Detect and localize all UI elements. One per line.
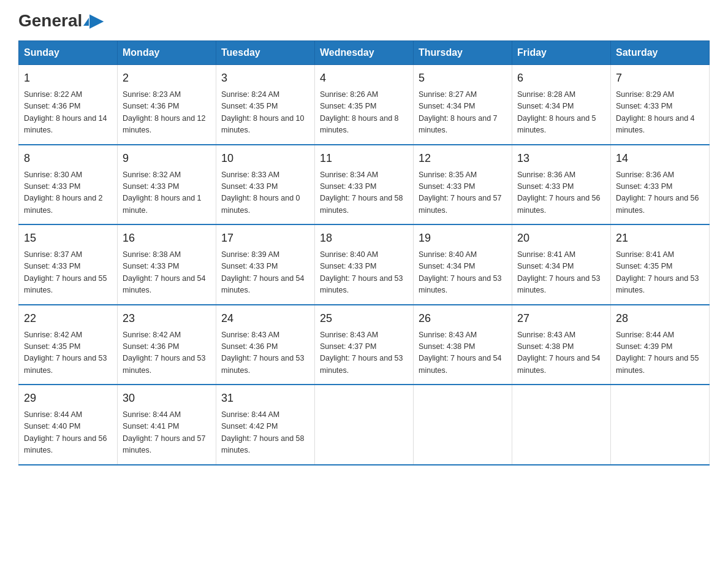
day-info: Sunrise: 8:24 AMSunset: 4:35 PMDaylight:…	[221, 89, 309, 137]
day-info: Sunrise: 8:38 AMSunset: 4:33 PMDaylight:…	[123, 249, 211, 297]
column-header-tuesday: Tuesday	[216, 41, 315, 65]
calendar-week-row: 22Sunrise: 8:42 AMSunset: 4:35 PMDayligh…	[19, 305, 710, 385]
calendar-cell: 2Sunrise: 8:23 AMSunset: 4:36 PMDaylight…	[118, 65, 216, 145]
column-header-thursday: Thursday	[414, 41, 512, 65]
calendar-cell: 24Sunrise: 8:43 AMSunset: 4:36 PMDayligh…	[216, 305, 315, 385]
day-number: 8	[24, 150, 112, 167]
calendar-cell: 8Sunrise: 8:30 AMSunset: 4:33 PMDaylight…	[19, 145, 118, 225]
day-info: Sunrise: 8:34 AMSunset: 4:33 PMDaylight:…	[320, 169, 408, 217]
logo: General▶	[18, 12, 103, 31]
calendar-cell: 6Sunrise: 8:28 AMSunset: 4:34 PMDaylight…	[512, 65, 611, 145]
day-info: Sunrise: 8:32 AMSunset: 4:33 PMDaylight:…	[123, 169, 211, 217]
day-number: 25	[320, 310, 408, 327]
calendar-cell: 16Sunrise: 8:38 AMSunset: 4:33 PMDayligh…	[118, 224, 216, 305]
day-info: Sunrise: 8:41 AMSunset: 4:35 PMDaylight:…	[616, 249, 704, 297]
day-number: 30	[123, 390, 211, 407]
calendar-cell: 10Sunrise: 8:33 AMSunset: 4:33 PMDayligh…	[216, 145, 315, 225]
calendar-cell: 30Sunrise: 8:44 AMSunset: 4:41 PMDayligh…	[118, 385, 216, 465]
day-number: 13	[517, 150, 605, 167]
day-number: 24	[221, 310, 309, 327]
day-info: Sunrise: 8:36 AMSunset: 4:33 PMDaylight:…	[517, 169, 605, 217]
calendar-cell: 23Sunrise: 8:42 AMSunset: 4:36 PMDayligh…	[118, 305, 216, 385]
day-info: Sunrise: 8:43 AMSunset: 4:38 PMDaylight:…	[419, 329, 507, 377]
calendar-cell: 28Sunrise: 8:44 AMSunset: 4:39 PMDayligh…	[611, 305, 710, 385]
column-header-wednesday: Wednesday	[315, 41, 414, 65]
calendar-cell: 21Sunrise: 8:41 AMSunset: 4:35 PMDayligh…	[611, 224, 710, 305]
day-info: Sunrise: 8:44 AMSunset: 4:39 PMDaylight:…	[616, 329, 704, 377]
calendar-cell	[414, 385, 512, 465]
day-info: Sunrise: 8:42 AMSunset: 4:35 PMDaylight:…	[24, 329, 112, 377]
day-info: Sunrise: 8:41 AMSunset: 4:34 PMDaylight:…	[517, 249, 605, 297]
day-number: 27	[517, 310, 605, 327]
calendar-cell: 22Sunrise: 8:42 AMSunset: 4:35 PMDayligh…	[19, 305, 118, 385]
day-number: 1	[24, 70, 112, 86]
calendar-cell: 12Sunrise: 8:35 AMSunset: 4:33 PMDayligh…	[414, 145, 512, 225]
logo-general: General	[18, 11, 82, 30]
calendar-cell	[315, 385, 414, 465]
column-header-friday: Friday	[512, 41, 611, 65]
day-number: 20	[517, 230, 605, 247]
day-info: Sunrise: 8:22 AMSunset: 4:36 PMDaylight:…	[24, 89, 112, 137]
day-number: 23	[123, 310, 211, 327]
day-info: Sunrise: 8:43 AMSunset: 4:36 PMDaylight:…	[221, 329, 309, 377]
column-header-monday: Monday	[118, 41, 216, 65]
calendar-header-row: SundayMondayTuesdayWednesdayThursdayFrid…	[19, 41, 710, 65]
calendar-cell	[512, 385, 611, 465]
calendar-cell: 5Sunrise: 8:27 AMSunset: 4:34 PMDaylight…	[414, 65, 512, 145]
day-number: 22	[24, 310, 112, 327]
day-number: 4	[320, 70, 408, 86]
day-number: 10	[221, 150, 309, 167]
calendar-cell: 25Sunrise: 8:43 AMSunset: 4:37 PMDayligh…	[315, 305, 414, 385]
calendar-cell: 9Sunrise: 8:32 AMSunset: 4:33 PMDaylight…	[118, 145, 216, 225]
calendar-cell: 13Sunrise: 8:36 AMSunset: 4:33 PMDayligh…	[512, 145, 611, 225]
day-number: 14	[616, 150, 704, 167]
calendar-cell: 18Sunrise: 8:40 AMSunset: 4:33 PMDayligh…	[315, 224, 414, 305]
calendar-cell: 31Sunrise: 8:44 AMSunset: 4:42 PMDayligh…	[216, 385, 315, 465]
day-number: 5	[419, 70, 507, 86]
calendar-week-row: 15Sunrise: 8:37 AMSunset: 4:33 PMDayligh…	[19, 224, 710, 305]
day-info: Sunrise: 8:37 AMSunset: 4:33 PMDaylight:…	[24, 249, 112, 297]
day-number: 9	[123, 150, 211, 167]
column-header-sunday: Sunday	[19, 41, 118, 65]
logo-arrow: ▶	[89, 11, 103, 30]
day-number: 18	[320, 230, 408, 247]
calendar-week-row: 29Sunrise: 8:44 AMSunset: 4:40 PMDayligh…	[19, 385, 710, 465]
day-info: Sunrise: 8:23 AMSunset: 4:36 PMDaylight:…	[123, 89, 211, 137]
calendar-cell: 11Sunrise: 8:34 AMSunset: 4:33 PMDayligh…	[315, 145, 414, 225]
calendar-cell	[611, 385, 710, 465]
day-number: 7	[616, 70, 704, 86]
day-number: 29	[24, 390, 112, 407]
day-info: Sunrise: 8:39 AMSunset: 4:33 PMDaylight:…	[221, 249, 309, 297]
day-number: 2	[123, 70, 211, 86]
calendar-cell: 27Sunrise: 8:43 AMSunset: 4:38 PMDayligh…	[512, 305, 611, 385]
day-number: 11	[320, 150, 408, 167]
page-header: General▶	[18, 12, 710, 31]
day-info: Sunrise: 8:28 AMSunset: 4:34 PMDaylight:…	[517, 89, 605, 137]
calendar-cell: 19Sunrise: 8:40 AMSunset: 4:34 PMDayligh…	[414, 224, 512, 305]
day-info: Sunrise: 8:44 AMSunset: 4:40 PMDaylight:…	[24, 409, 112, 457]
column-header-saturday: Saturday	[611, 41, 710, 65]
day-info: Sunrise: 8:26 AMSunset: 4:35 PMDaylight:…	[320, 89, 408, 137]
day-number: 26	[419, 310, 507, 327]
day-info: Sunrise: 8:36 AMSunset: 4:33 PMDaylight:…	[616, 169, 704, 217]
calendar-cell: 4Sunrise: 8:26 AMSunset: 4:35 PMDaylight…	[315, 65, 414, 145]
calendar-cell: 29Sunrise: 8:44 AMSunset: 4:40 PMDayligh…	[19, 385, 118, 465]
logo-text: General▶	[18, 12, 103, 29]
day-info: Sunrise: 8:43 AMSunset: 4:38 PMDaylight:…	[517, 329, 605, 377]
day-info: Sunrise: 8:44 AMSunset: 4:42 PMDaylight:…	[221, 409, 309, 457]
calendar-week-row: 1Sunrise: 8:22 AMSunset: 4:36 PMDaylight…	[19, 65, 710, 145]
calendar-week-row: 8Sunrise: 8:30 AMSunset: 4:33 PMDaylight…	[19, 145, 710, 225]
day-info: Sunrise: 8:33 AMSunset: 4:33 PMDaylight:…	[221, 169, 309, 217]
calendar-table: SundayMondayTuesdayWednesdayThursdayFrid…	[18, 40, 710, 465]
day-number: 6	[517, 70, 605, 86]
day-number: 19	[419, 230, 507, 247]
day-info: Sunrise: 8:30 AMSunset: 4:33 PMDaylight:…	[24, 169, 112, 217]
day-info: Sunrise: 8:44 AMSunset: 4:41 PMDaylight:…	[123, 409, 211, 457]
calendar-cell: 7Sunrise: 8:29 AMSunset: 4:33 PMDaylight…	[611, 65, 710, 145]
calendar-cell: 26Sunrise: 8:43 AMSunset: 4:38 PMDayligh…	[414, 305, 512, 385]
day-number: 21	[616, 230, 704, 247]
day-number: 16	[123, 230, 211, 247]
logo-triangle-icon	[83, 18, 89, 26]
calendar-cell: 15Sunrise: 8:37 AMSunset: 4:33 PMDayligh…	[19, 224, 118, 305]
day-info: Sunrise: 8:27 AMSunset: 4:34 PMDaylight:…	[419, 89, 507, 137]
